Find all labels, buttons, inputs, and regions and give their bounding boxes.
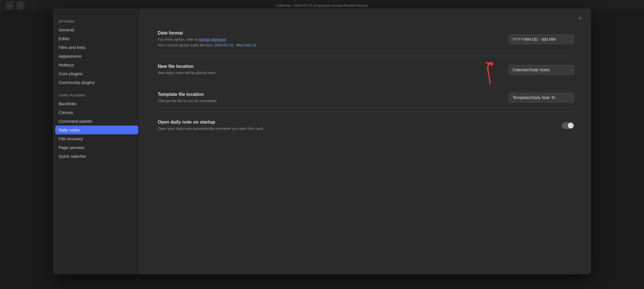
nav-back-button[interactable]: ‹: [6, 1, 14, 9]
template-file-location-input[interactable]: [509, 93, 574, 102]
sidebar-item-hotkeys[interactable]: Hotkeys: [53, 61, 140, 69]
setting-control-date-format: [509, 34, 574, 44]
format-reference-link[interactable]: format reference: [199, 37, 226, 42]
setting-control-template-file-location: [509, 93, 574, 102]
sidebar-item-core-plugins[interactable]: Core plugins: [53, 69, 140, 78]
setting-title-open-daily-note: Open daily note on startup: [158, 120, 356, 125]
setting-info-open-daily-note: Open daily note on startup Open your dai…: [158, 120, 356, 131]
close-button[interactable]: ×: [576, 14, 584, 22]
setting-info-new-file-location: New file location New daily notes will b…: [158, 64, 356, 76]
new-file-location-input[interactable]: [509, 65, 574, 75]
setting-row-open-daily-note: Open daily note on startup Open your dai…: [158, 112, 574, 139]
sidebar-item-community-plugins[interactable]: Community plugins: [53, 78, 140, 87]
core-plugins-section-label: Core plugins: [53, 94, 140, 99]
settings-modal: Options General Editor Files and links A…: [53, 8, 591, 274]
settings-content: × Date format For more syntax, refer to …: [141, 8, 591, 274]
setting-info-template-file-location: Template file location Choose the file t…: [158, 92, 356, 104]
sidebar-item-backlinks[interactable]: Backlinks: [53, 99, 140, 108]
date-preview: 2024-02-12 - Mon Feb 12: [214, 43, 256, 47]
setting-desc-open-daily-note: Open your daily note automatically whene…: [158, 126, 356, 131]
sidebar-item-appearance[interactable]: Appearance: [53, 52, 140, 61]
settings-sidebar: Options General Editor Files and links A…: [53, 8, 141, 274]
setting-title-date-format: Date format: [158, 31, 356, 36]
setting-title-new-file-location: New file location: [158, 64, 356, 69]
sidebar-item-command-palette[interactable]: Command palette: [53, 117, 140, 126]
setting-desc-template-file-location: Choose the file to use as a template.: [158, 98, 356, 104]
sidebar-item-canvas[interactable]: Canvas: [53, 108, 140, 117]
setting-desc-new-file-location: New daily notes will be placed here.: [158, 70, 356, 76]
setting-desc-date-format: For more syntax, refer to format referen…: [158, 37, 356, 48]
setting-row-template-file-location: Template file location Choose the file t…: [158, 84, 574, 112]
setting-row-new-file-location: New file location New daily notes will b…: [158, 56, 574, 84]
options-section-label: Options: [53, 20, 140, 25]
sidebar-item-quick-switcher[interactable]: Quick switcher: [53, 152, 140, 161]
nav-forward-button[interactable]: ›: [16, 1, 24, 9]
open-daily-note-toggle[interactable]: [562, 122, 574, 129]
sidebar-item-file-recovery[interactable]: File recovery: [53, 134, 140, 143]
sidebar-item-files-and-links[interactable]: Files and links: [53, 43, 140, 52]
sidebar-item-daily-notes[interactable]: Daily notes: [55, 126, 138, 134]
setting-control-open-daily-note: [562, 122, 574, 129]
setting-info-date-format: Date format For more syntax, refer to fo…: [158, 31, 356, 48]
toggle-knob: [568, 123, 573, 128]
breadcrumb: Calendar / 2024-02-01 Employee Annual Re…: [276, 3, 368, 8]
date-format-input[interactable]: [509, 34, 574, 44]
setting-control-new-file-location: [509, 65, 574, 75]
sidebar-item-general[interactable]: General: [53, 25, 140, 34]
setting-title-template-file-location: Template file location: [158, 92, 356, 97]
sidebar-item-editor[interactable]: Editor: [53, 34, 140, 43]
sidebar-item-page-preview[interactable]: Page preview: [53, 143, 140, 152]
setting-row-date-format: Date format For more syntax, refer to fo…: [158, 23, 574, 56]
